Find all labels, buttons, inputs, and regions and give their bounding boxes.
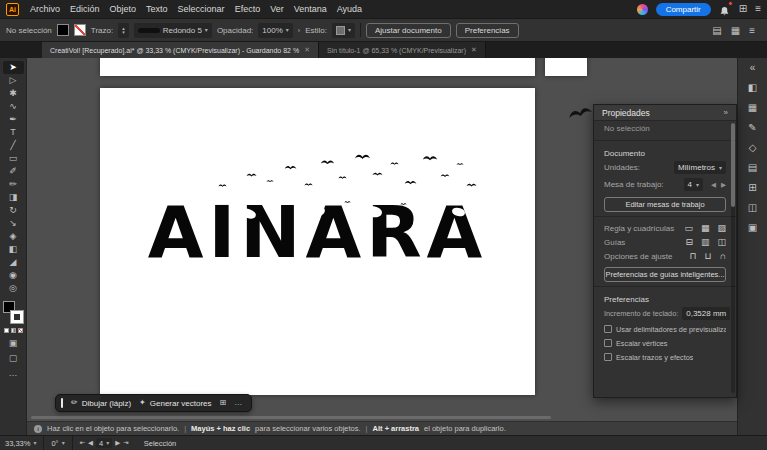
more-tools-icon[interactable]: … (9, 369, 18, 378)
gradient-fill-button[interactable] (11, 328, 16, 333)
menu-texto[interactable]: Texto (141, 4, 173, 14)
menu-ventana[interactable]: Ventana (289, 4, 332, 14)
preferences-button[interactable]: Preferencias (456, 23, 519, 38)
stroke-weight-stepper[interactable]: ▴▾ (118, 23, 129, 38)
stroke-color-swatch[interactable] (74, 24, 86, 36)
opacity-dropdown[interactable]: 100% ▾ (258, 23, 292, 38)
asset-export-panel-icon[interactable]: ◫ (748, 203, 757, 213)
toolbar-stroke-swatch[interactable] (11, 311, 23, 323)
fit-document-button[interactable]: Ajustar documento (366, 23, 451, 38)
first-artboard-icon[interactable]: ⇤ (80, 439, 85, 447)
magic-wand-tool[interactable]: ✱ (3, 87, 24, 100)
menu-seleccionar[interactable]: Seleccionar (173, 4, 230, 14)
fill-color-swatch[interactable] (57, 24, 69, 36)
grid-options-icon[interactable]: ⊞ (220, 399, 227, 407)
color-panel-icon[interactable]: ◧ (748, 83, 757, 93)
menu-efecto[interactable]: Efecto (230, 4, 266, 14)
tab-sin-titulo[interactable]: Sin título-1 @ 65,33 % (CMYK/Previsualiz… (319, 42, 486, 58)
direct-selection-tool[interactable]: ▷ (3, 74, 24, 87)
scale-corners-checkbox[interactable] (604, 339, 612, 347)
guides-options-icon[interactable]: ◫ (717, 238, 726, 247)
properties-header[interactable]: Propiedades » (594, 105, 736, 121)
artboard-dropdown[interactable]: 4 ▾ (684, 178, 703, 191)
libraries-panel-icon[interactable]: ▣ (748, 223, 757, 233)
color-fill-button[interactable] (4, 328, 9, 333)
style-dropdown[interactable]: ▾ (332, 23, 355, 38)
swatches-panel-icon[interactable]: ▦ (748, 103, 757, 113)
prev-artboard-icon[interactable]: ◀ (88, 439, 93, 447)
show-guides-icon[interactable]: ⊟ (685, 238, 693, 247)
paintbrush-tool[interactable]: ✐ (3, 165, 24, 178)
snap-grid-icon[interactable]: ⊓ (689, 252, 696, 261)
keyboard-increment-input[interactable]: 0,3528 mm (682, 307, 730, 320)
pen-tool[interactable]: ✒ (3, 113, 24, 126)
menu-objeto[interactable]: Objeto (105, 4, 142, 14)
document-setup-icon[interactable]: ▤ (712, 25, 721, 36)
blend-tool[interactable]: ◉ (3, 269, 24, 282)
cc-home-icon[interactable] (637, 4, 648, 15)
next-artboard-icon[interactable]: ▶ (115, 439, 120, 447)
menu-edicion[interactable]: Edición (65, 4, 105, 14)
horizontal-scrollbar[interactable] (31, 416, 551, 419)
tab-creativol[interactable]: CreatiVol! [Recuperado].ai* @ 33,33 % (C… (42, 42, 319, 58)
menu-ver[interactable]: Ver (265, 4, 289, 14)
shape-builder-tool[interactable]: ◈ (3, 230, 24, 243)
apps-grid-icon[interactable]: ⊞ (739, 4, 747, 14)
next-artboard-icon[interactable]: ▶ (721, 181, 726, 189)
illustrator-app-icon[interactable]: Ai (6, 3, 19, 16)
screen-mode-icon[interactable]: ▢ (9, 354, 18, 363)
pencil-tool[interactable]: ✏ (3, 178, 24, 191)
generate-vectors-button[interactable]: ✦ Generar vectores (139, 399, 212, 408)
window-menu-icon[interactable]: ≡ (755, 4, 761, 14)
grid-icon[interactable]: ▦ (701, 224, 710, 233)
snap-point-icon[interactable]: ⊔ (705, 252, 712, 261)
selection-tool[interactable]: ➤ (3, 61, 24, 74)
scale-tool[interactable]: ↘ (3, 217, 24, 230)
zoom-dropdown[interactable]: 33,33% ▾ (5, 439, 36, 448)
close-icon[interactable]: ✕ (304, 46, 310, 54)
layers-panel-icon[interactable]: ▤ (748, 163, 757, 173)
gradient-tool[interactable]: ◧ (3, 243, 24, 256)
line-segment-tool[interactable]: ╱ (3, 139, 24, 152)
eyedropper-tool[interactable]: ◢ (3, 256, 24, 269)
rectangle-tool[interactable]: ▭ (3, 152, 24, 165)
edit-artboards-button[interactable]: Editar mesas de trabajo (604, 197, 726, 212)
panel-scrollbar-thumb[interactable] (731, 123, 735, 207)
menu-ayuda[interactable]: Ayuda (332, 4, 367, 14)
lock-guides-icon[interactable]: ▥ (701, 238, 710, 247)
artboard-number-dropdown[interactable]: 4 ▾ (96, 438, 112, 448)
panel-scrollbar[interactable] (731, 123, 735, 393)
brushes-panel-icon[interactable]: ✎ (748, 123, 756, 133)
draw-mode-icon[interactable]: ▣ (9, 339, 18, 348)
units-dropdown[interactable]: Milímetros ▾ (674, 161, 726, 174)
double-chevron-right-icon[interactable]: » (724, 108, 728, 117)
fill-stroke-swatches[interactable] (3, 301, 23, 323)
none-fill-button[interactable] (18, 328, 23, 333)
eraser-tool[interactable]: ◨ (3, 191, 24, 204)
close-icon[interactable]: ✕ (471, 46, 477, 54)
last-artboard-icon[interactable]: ⇥ (123, 439, 128, 447)
draw-pencil-button[interactable]: ✏ Dibujar (lápiz) (71, 399, 131, 408)
symbols-panel-icon[interactable]: ◇ (749, 143, 757, 153)
arrange-documents-icon[interactable]: ▦ (731, 25, 740, 36)
transparency-grid-icon[interactable]: ▨ (717, 224, 726, 233)
more-options-icon[interactable]: … (234, 399, 242, 407)
smart-guides-preferences-button[interactable]: Preferencias de guías inteligentes... (604, 267, 726, 282)
zoom-tool[interactable]: ◎ (3, 282, 24, 295)
scale-strokes-effects-checkbox[interactable] (604, 353, 612, 361)
artboards-panel-icon[interactable]: ⊞ (748, 183, 756, 193)
rotate-tool[interactable]: ↻ (3, 204, 24, 217)
workspace-switcher-icon[interactable]: ≡ (749, 25, 755, 36)
brush-definition-dropdown[interactable]: Redondo 5 ▾ (134, 23, 212, 38)
menu-archivo[interactable]: Archivo (25, 4, 65, 14)
drag-handle[interactable] (61, 398, 63, 408)
rotation-dropdown[interactable]: 0° ▾ (51, 439, 64, 448)
collapse-panels-icon[interactable]: « (750, 63, 756, 73)
preview-bounds-checkbox[interactable] (604, 325, 612, 333)
notifications-bell-icon[interactable] (719, 3, 731, 15)
snap-pixel-icon[interactable]: ∩ (720, 252, 726, 261)
rulers-icon[interactable]: ▭ (684, 224, 693, 233)
prev-artboard-icon[interactable]: ◀ (711, 181, 716, 189)
share-button[interactable]: Compartir (656, 3, 711, 16)
lasso-tool[interactable]: ∿ (3, 100, 24, 113)
